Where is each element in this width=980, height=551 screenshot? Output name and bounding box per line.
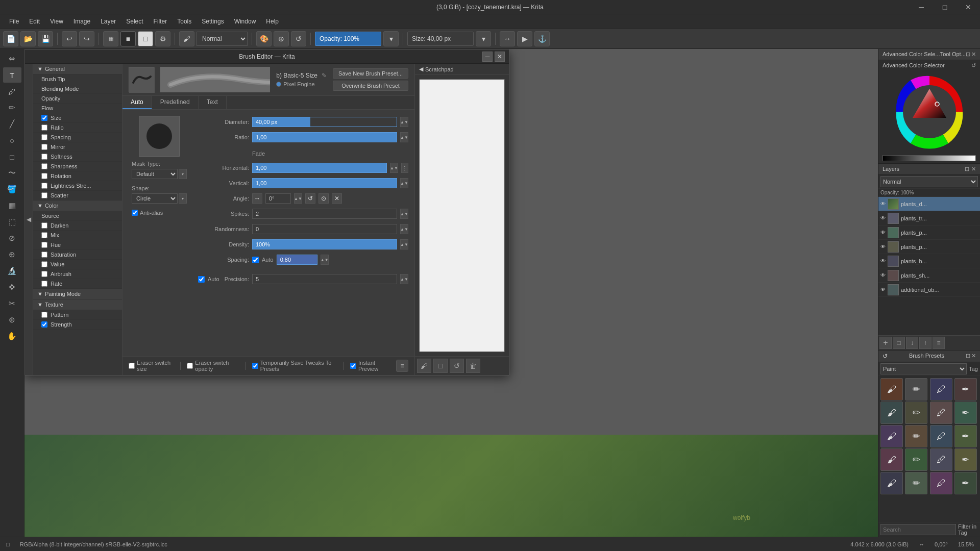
color-wheel-area[interactable]	[878, 69, 980, 154]
preset-6[interactable]: 🖊	[930, 402, 952, 424]
color-wheel-svg[interactable]	[891, 73, 968, 150]
sidebar-rate[interactable]: Rate	[33, 279, 122, 289]
instant-preview-checkbox-label[interactable]: Instant Preview	[350, 360, 390, 372]
sidebar-hue-checkbox[interactable]	[41, 242, 47, 248]
angle-lock-btn[interactable]: ✕	[332, 193, 342, 204]
preset-5[interactable]: ✏	[905, 402, 927, 424]
sidebar-value-checkbox[interactable]	[41, 261, 47, 267]
sidebar-darken[interactable]: Darken	[33, 221, 122, 231]
sidebar-scatter[interactable]: Scatter	[33, 191, 122, 201]
sidebar-spacing-checkbox[interactable]	[41, 134, 47, 140]
brush-symmetry-btn[interactable]: ⊕	[274, 31, 289, 46]
menu-help[interactable]: Help	[261, 17, 284, 26]
menu-image[interactable]: Image	[68, 17, 95, 26]
layers-menu-btn[interactable]: ≡	[933, 337, 945, 349]
tab-text[interactable]: Text	[199, 96, 227, 109]
sidebar-lightness-checkbox[interactable]	[41, 183, 47, 189]
preset-13[interactable]: ✏	[905, 448, 927, 471]
menu-select[interactable]: Select	[121, 17, 148, 26]
sidebar-painting-header[interactable]: ▼ Painting Mode	[33, 289, 122, 299]
zoom-toggle-icon[interactable]: ↔	[919, 541, 924, 547]
vertical-spinner[interactable]: ▲▼	[400, 178, 408, 188]
tool-gradientfill[interactable]: ▦	[3, 198, 21, 213]
brush-pattern-btn[interactable]: ▦	[103, 31, 118, 46]
fg-color-btn[interactable]: ■	[120, 31, 136, 46]
sidebar-saturation[interactable]: Saturation	[33, 250, 122, 260]
tool-line[interactable]: ╱	[3, 116, 21, 132]
precision-input[interactable]: 5	[252, 274, 397, 284]
preset-14[interactable]: 🖊	[930, 448, 952, 471]
layer-vis-icon-1[interactable]: 👁	[880, 215, 886, 221]
tool-ellipse[interactable]: ○	[3, 133, 21, 148]
sidebar-spacing[interactable]: Spacing	[33, 133, 122, 142]
angle-spinner[interactable]: ▲▼	[294, 193, 302, 204]
menu-filter[interactable]: Filter	[149, 17, 173, 26]
sidebar-size[interactable]: Size	[33, 113, 122, 123]
preset-16[interactable]: 🖌	[880, 472, 903, 494]
sidebar-ratio-checkbox[interactable]	[41, 124, 47, 131]
size-control[interactable]: Size: 40,00 px	[407, 32, 474, 46]
collapse-sidebar-btn[interactable]: ◀	[25, 64, 33, 375]
sidebar-hue[interactable]: Hue	[33, 240, 122, 250]
lightness-slider[interactable]	[883, 155, 976, 161]
tool-clone[interactable]: ⊕	[3, 247, 21, 262]
preset-2[interactable]: 🖊	[930, 378, 952, 400]
horizontal-spinner[interactable]: ▲▼	[390, 163, 398, 173]
sidebar-rate-checkbox[interactable]	[41, 281, 47, 287]
spacing-input[interactable]: 0,80	[277, 255, 317, 265]
horizontal-input[interactable]: 1,00	[252, 163, 387, 173]
mirror-h-btn[interactable]: ↔	[500, 31, 515, 46]
mask-type-dropdown[interactable]: ▾	[179, 169, 187, 179]
anchor-btn[interactable]: ⚓	[534, 31, 550, 46]
preset-10[interactable]: 🖊	[930, 425, 952, 447]
maximize-btn[interactable]: □	[933, 0, 957, 14]
sidebar-softness[interactable]: Softness	[33, 152, 122, 162]
presets-close-btn[interactable]: ✕	[971, 353, 976, 360]
save-tweaks-checkbox-label[interactable]: Temporarily Save Tweaks To Presets	[252, 360, 338, 372]
sidebar-airbrush[interactable]: Airbrush	[33, 269, 122, 279]
horizontal-lock-btn[interactable]: ⋮	[401, 163, 408, 173]
overwrite-preset-btn[interactable]: Overwrite Brush Preset	[333, 81, 408, 91]
redo-btn[interactable]: ↪	[79, 31, 94, 46]
instant-preview-checkbox[interactable]	[350, 363, 356, 369]
preset-0[interactable]: 🖌	[880, 378, 903, 400]
vertical-input[interactable]: 1,00	[252, 178, 397, 188]
randomness-input[interactable]: 0	[252, 224, 397, 234]
shape-select[interactable]: Circle	[132, 193, 178, 204]
tool-pan[interactable]: ✋	[3, 329, 21, 344]
randomness-spinner[interactable]: ▲▼	[400, 224, 408, 234]
tab-auto[interactable]: Auto	[122, 96, 152, 109]
edit-brush-name-btn[interactable]: ✎	[322, 72, 327, 79]
sidebar-brush-tip[interactable]: Brush Tip	[33, 74, 122, 84]
layer-item-2[interactable]: 👁 plants_p...	[878, 226, 980, 240]
sidebar-sharpness-checkbox[interactable]	[41, 163, 47, 169]
canvas-area[interactable]: wolfyb Brush Editor — Krita ─ ✕ ◀ ▼	[24, 49, 878, 537]
size-dropdown-btn[interactable]: ▾	[476, 31, 491, 46]
sidebar-darken-checkbox[interactable]	[41, 222, 47, 229]
save-btn[interactable]: 💾	[38, 31, 53, 46]
sidebar-ratio[interactable]: Ratio	[33, 123, 122, 133]
sidebar-size-checkbox[interactable]	[41, 115, 47, 121]
menu-view[interactable]: View	[45, 17, 68, 26]
preset-15[interactable]: ✒	[954, 448, 977, 471]
new-btn[interactable]: 📄	[3, 31, 18, 46]
undo-btn[interactable]: ↩	[62, 31, 77, 46]
tool-eraser[interactable]: ⊘	[3, 231, 21, 246]
sidebar-scatter-checkbox[interactable]	[41, 192, 47, 198]
menu-layer[interactable]: Layer	[95, 17, 121, 26]
preset-8[interactable]: 🖌	[880, 425, 903, 447]
spikes-input[interactable]: 2	[252, 209, 397, 219]
layers-close-btn[interactable]: ✕	[971, 166, 976, 172]
dialog-close-btn[interactable]: ✕	[495, 52, 505, 62]
layers-float-btn[interactable]: ⊡	[965, 166, 969, 172]
sidebar-source[interactable]: Source	[33, 211, 122, 221]
layer-vis-icon-3[interactable]: 👁	[880, 244, 886, 249]
diameter-spinner[interactable]: ▲▼	[400, 117, 408, 127]
density-input[interactable]: 100%	[252, 239, 397, 249]
sidebar-airbrush-checkbox[interactable]	[41, 271, 47, 277]
tool-fill[interactable]: 🪣	[3, 182, 21, 197]
tool-eyedropper[interactable]: 🔬	[3, 263, 21, 279]
sidebar-flow[interactable]: Flow	[33, 104, 122, 113]
tool-select[interactable]: ⬚	[3, 214, 21, 230]
layer-item-6[interactable]: 👁 additional_ob...	[878, 283, 980, 297]
